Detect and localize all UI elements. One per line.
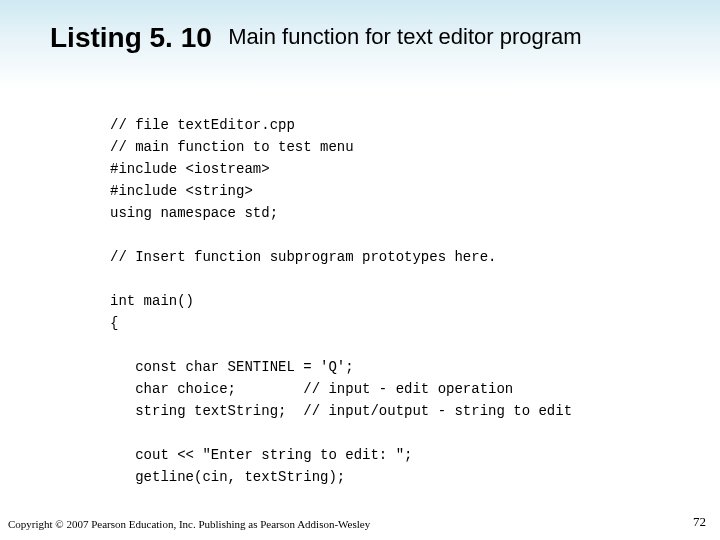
title-row: Listing 5. 10 Main function for text edi… xyxy=(0,0,720,54)
page-number: 72 xyxy=(693,514,706,530)
copyright-footer: Copyright © 2007 Pearson Education, Inc.… xyxy=(8,518,370,530)
slide-content: Listing 5. 10 Main function for text edi… xyxy=(0,0,720,488)
listing-number: Listing 5. 10 xyxy=(50,22,212,53)
code-listing: // file textEditor.cpp // main function … xyxy=(110,114,720,488)
listing-caption: Main function for text editor program xyxy=(228,24,581,49)
